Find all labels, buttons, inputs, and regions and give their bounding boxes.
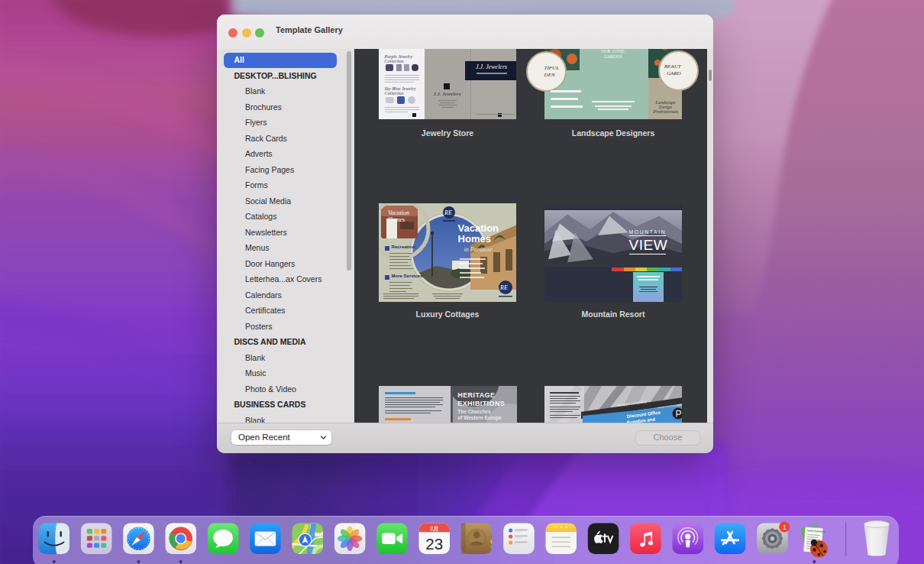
svg-text:1: 1 [783,523,787,531]
svg-text:2月: 2月 [430,526,438,532]
svg-text:Homes: Homes [387,216,405,223]
svg-text:Vacation: Vacation [388,209,409,216]
svg-text:23: 23 [425,535,443,553]
svg-text:RE: RE [444,209,452,216]
svg-text:RE: RE [499,284,508,291]
